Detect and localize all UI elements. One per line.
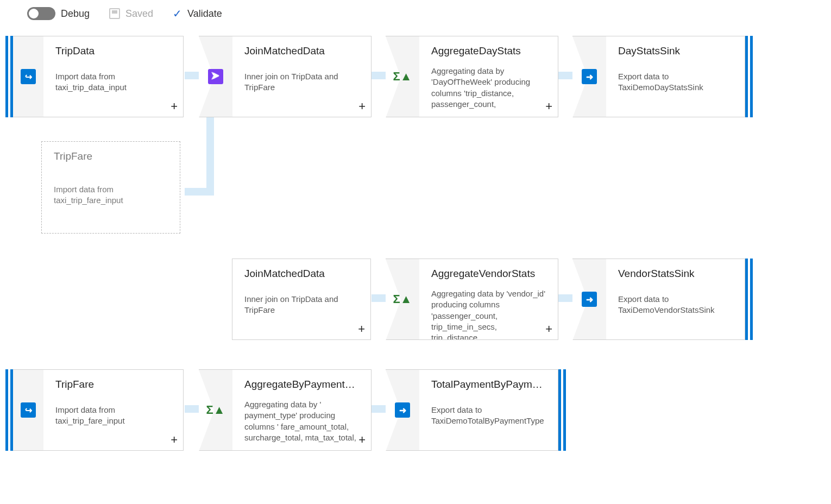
node-payment-sink[interactable]: ➜ TotalPaymentByPaymen... Export data to… bbox=[386, 369, 566, 451]
node-desc: Aggregating data by 'DayOfTheWeek' produ… bbox=[431, 66, 546, 110]
add-button[interactable]: + bbox=[358, 322, 365, 336]
sink-icon: ➜ bbox=[582, 292, 597, 307]
validate-button[interactable]: ✓ Validate bbox=[173, 7, 222, 20]
node-title: TripData bbox=[55, 45, 171, 57]
node-desc: Import data from taxi_trip_fare_input bbox=[55, 405, 171, 427]
add-button[interactable]: + bbox=[545, 322, 552, 336]
node-desc: Export data to TaxiDemoDayStatsSink bbox=[618, 71, 733, 93]
end-bar bbox=[750, 36, 753, 117]
node-vendor-sink[interactable]: ➜ VendorStatsSink Export data to TaxiDem… bbox=[572, 259, 753, 340]
node-title: VendorStatsSink bbox=[618, 268, 733, 280]
end-bar bbox=[563, 369, 566, 451]
debug-toggle[interactable]: Debug bbox=[27, 7, 90, 20]
node-desc: Inner join on TripData and TripFare bbox=[244, 71, 359, 93]
join-icon: ⮞ bbox=[208, 69, 223, 84]
node-aggregate-vendor[interactable]: Σ▲ AggregateVendorStats Aggregating data… bbox=[386, 259, 558, 340]
source-icon: ↪ bbox=[21, 69, 36, 84]
node-desc: Aggregating data by ' payment_type' prod… bbox=[244, 399, 359, 443]
node-title: AggregateVendorStats bbox=[431, 268, 546, 280]
sink-icon: ➜ bbox=[395, 402, 410, 418]
aggregate-icon: Σ▲ bbox=[395, 292, 410, 307]
node-tripfare-source[interactable]: ↪ TripFare Import data from taxi_trip_fa… bbox=[5, 369, 184, 451]
add-button[interactable]: + bbox=[358, 433, 366, 447]
dataflow-canvas[interactable]: ↪ TripData Import data from taxi_trip_da… bbox=[0, 33, 831, 504]
validate-label: Validate bbox=[187, 8, 222, 20]
toolbar: Debug Saved ✓ Validate bbox=[0, 0, 831, 27]
node-daystats-sink[interactable]: ➜ DayStatsSink Export data to TaxiDemoDa… bbox=[572, 36, 753, 117]
end-bar bbox=[750, 259, 753, 340]
add-button[interactable]: + bbox=[171, 99, 178, 114]
saved-button: Saved bbox=[109, 8, 153, 20]
node-title: TripFare bbox=[54, 150, 168, 162]
flow-connector bbox=[185, 188, 214, 196]
aggregate-icon: Σ▲ bbox=[395, 69, 410, 84]
node-join-1[interactable]: ⮞ JoinMatchedData Inner join on TripData… bbox=[199, 36, 372, 117]
node-title: DayStatsSink bbox=[618, 45, 733, 57]
node-title: JoinMatchedData bbox=[244, 268, 358, 280]
node-tripfare-ghost[interactable]: TripFare Import data from taxi_trip_fare… bbox=[41, 141, 180, 234]
node-title: TotalPaymentByPaymen... bbox=[431, 379, 546, 390]
node-desc: Import data from taxi_trip_fare_input bbox=[54, 184, 168, 206]
node-desc: Export data to TaxiDemoTotalByPaymentTyp… bbox=[431, 405, 546, 427]
node-desc: Inner join on TripData and TripFare bbox=[244, 294, 358, 316]
debug-label: Debug bbox=[61, 8, 90, 20]
checkmark-icon: ✓ bbox=[173, 7, 182, 20]
node-title: AggregateDayStats bbox=[431, 45, 546, 57]
toggle-icon bbox=[27, 7, 55, 20]
save-icon bbox=[109, 8, 120, 19]
node-desc: Export data to TaxiDemoVendorStatsSink bbox=[618, 294, 733, 316]
node-title: AggregateByPaymentTy... bbox=[244, 379, 359, 390]
node-title: JoinMatchedData bbox=[244, 45, 359, 57]
add-button[interactable]: + bbox=[358, 99, 366, 114]
node-desc: Aggregating data by 'vendor_id' producin… bbox=[431, 288, 546, 340]
node-title: TripFare bbox=[55, 379, 171, 390]
node-join-2[interactable]: JoinMatchedData Inner join on TripData a… bbox=[232, 259, 371, 340]
node-desc: Import data from taxi_trip_data_input bbox=[55, 71, 171, 93]
source-icon: ↪ bbox=[21, 402, 36, 418]
node-aggregate-day[interactable]: Σ▲ AggregateDayStats Aggregating data by… bbox=[386, 36, 558, 117]
node-aggregate-payment[interactable]: Σ▲ AggregateByPaymentTy... Aggregating d… bbox=[199, 369, 372, 451]
aggregate-icon: Σ▲ bbox=[208, 402, 223, 418]
sink-icon: ➜ bbox=[582, 69, 597, 84]
saved-label: Saved bbox=[125, 8, 153, 20]
add-button[interactable]: + bbox=[171, 433, 178, 447]
add-button[interactable]: + bbox=[545, 99, 552, 114]
node-tripdata-source[interactable]: ↪ TripData Import data from taxi_trip_da… bbox=[5, 36, 184, 117]
